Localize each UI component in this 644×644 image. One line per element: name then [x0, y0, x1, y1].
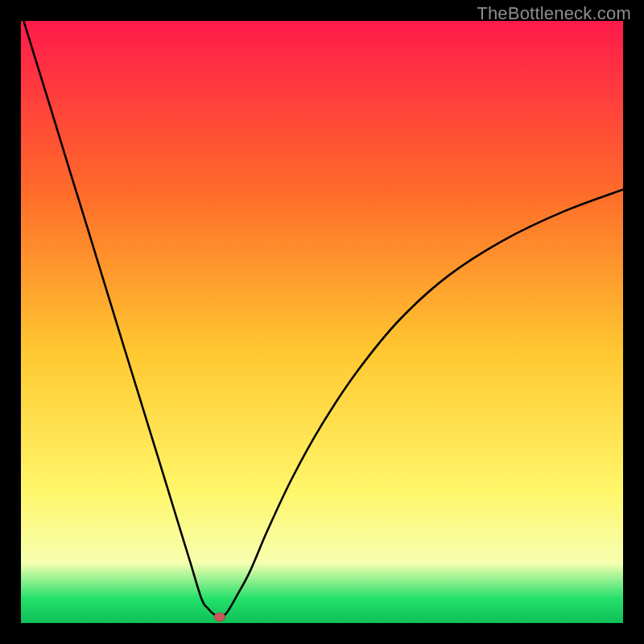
chart-frame — [21, 21, 623, 623]
optimal-point-marker — [214, 613, 225, 621]
gradient-background — [21, 21, 623, 623]
watermark-text: TheBottleneck.com — [477, 3, 631, 24]
bottleneck-chart — [21, 21, 623, 623]
